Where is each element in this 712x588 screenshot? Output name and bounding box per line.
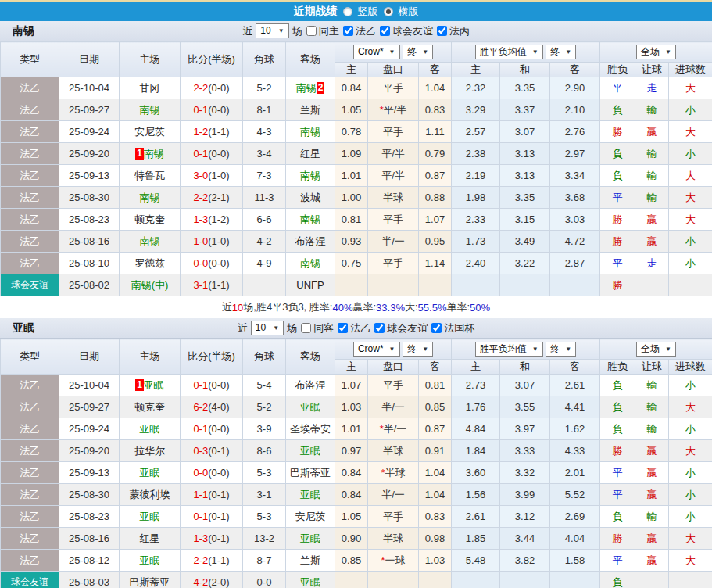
team-label: 南锡: [140, 104, 160, 116]
home-team-cell: 亚眠: [120, 506, 181, 528]
result-goals-cell: 小: [669, 143, 712, 165]
eu-draw-odds-cell: 3.55: [500, 396, 550, 418]
team-name: 亚眠: [13, 321, 34, 335]
col-header-corner: 角球: [243, 339, 286, 375]
team-label: 南锡: [300, 257, 320, 269]
score-cell: 1-1(0-1): [181, 484, 243, 506]
league-filter-checkboxes: 法乙球会友谊法国杯: [337, 321, 474, 335]
dropdown-arrow-icon: ▼: [565, 343, 571, 355]
league-filter-checkbox[interactable]: [431, 323, 442, 333]
team-label: 南锡: [144, 148, 164, 160]
league-filter-checkbox[interactable]: [338, 323, 348, 333]
eu-home-odds-cell: 5.48: [452, 550, 500, 572]
ah-home-odds-cell: 0.78: [335, 121, 368, 143]
col-header-result-goals: 进球数: [669, 63, 712, 77]
team-name: 南锡: [13, 24, 34, 38]
handicap-cell: *半球: [368, 462, 419, 484]
ah-home-odds-cell: 1.09: [335, 143, 368, 165]
dropdown-arrow-icon: ▼: [422, 343, 428, 355]
ah-away-odds-cell: 1.04: [419, 484, 452, 506]
match-row: 法乙25-10-041亚眠0-1(0-0)5-4布洛涅1.07平手0.812.7…: [1, 375, 712, 396]
team-label: 甘冈: [140, 82, 160, 94]
home-team-cell: 顿克奎: [120, 209, 181, 231]
bookmaker-select[interactable]: Crow*▼: [353, 342, 400, 357]
recent-count-select[interactable]: 10 ▼: [251, 321, 284, 335]
filter-bar: 近 10 ▼ 场 同客 法乙球会友谊法国杯: [238, 321, 474, 335]
team-section: 亚眠 近 10 ▼ 场 同客 法乙球会友谊法国杯: [0, 318, 712, 588]
corner-cell: 8-7: [243, 550, 286, 572]
league-filter-checkbox[interactable]: [343, 26, 353, 36]
odds-time-select[interactable]: 终▼: [403, 342, 433, 357]
period-select[interactable]: 全场▼: [636, 45, 676, 59]
eu-draw-odds-cell: 3.15: [500, 209, 550, 231]
corner-cell: 6-6: [243, 209, 286, 231]
result-handicap-cell: 贏: [635, 440, 669, 462]
score-cell: 2-2(0-0): [181, 77, 243, 99]
summary-segment: 10: [232, 302, 243, 314]
eu-home-odds-cell: 4.84: [452, 418, 500, 440]
team-label: 亚眠: [140, 511, 160, 522]
title-bar: 近期战绩 竖版 横版: [0, 0, 712, 21]
ah-home-odds-cell: 1.05: [335, 99, 368, 121]
home-team-cell: 红星: [120, 528, 181, 550]
europe-odds-select[interactable]: 胜平负均值▼: [475, 45, 543, 59]
corner-cell: 11-3: [243, 187, 286, 209]
match-type-cell: 法乙: [1, 187, 59, 209]
recent-count-select[interactable]: 10 ▼: [256, 23, 288, 38]
team-label: 亚眠: [144, 379, 164, 391]
table-group-header-row: 类型 日期 主场 比分(半场) 角球 客场 Crow*▼ 终▼ 胜平负均值▼ 终…: [1, 42, 712, 63]
odds-time-select[interactable]: 终▼: [403, 45, 433, 59]
eu-draw-odds-cell: 3.07: [500, 375, 550, 396]
home-team-cell: 特鲁瓦: [120, 165, 181, 187]
radio-vertical-layout[interactable]: [343, 7, 352, 16]
team-label: 圣埃蒂安: [290, 423, 331, 435]
europe-time-select[interactable]: 终▼: [546, 342, 576, 357]
match-date-cell: 25-09-13: [59, 462, 120, 484]
ah-away-odds-cell: 1.14: [419, 253, 452, 274]
card-badge: 2: [317, 82, 325, 94]
summary-segment: 近: [222, 300, 232, 314]
away-team-cell: 南锡: [286, 209, 335, 231]
result-goals-cell: 大: [669, 187, 712, 209]
league-filter-checkboxes: 法乙球会友谊法丙: [342, 24, 470, 38]
eu-home-odds-cell: 2.73: [452, 375, 500, 396]
team-label: 南锡: [140, 192, 160, 203]
league-filter-label: 球会友谊: [392, 24, 433, 38]
team-label: 布洛涅: [295, 235, 326, 247]
result-wdl-cell: 負: [600, 396, 635, 418]
league-filter-checkbox[interactable]: [380, 26, 390, 36]
result-handicap-cell: 輸: [635, 418, 669, 440]
score-cell: 2-2(2-1): [181, 187, 243, 209]
ah-home-odds-cell: 1.03: [335, 396, 368, 418]
bookmaker-select[interactable]: Crow*▼: [353, 45, 400, 59]
match-row: 法乙25-09-24安尼茨1-2(1-1)4-3南锡0.78平手1.112.57…: [1, 121, 712, 143]
result-wdl-cell: 負: [600, 418, 635, 440]
europe-time-select[interactable]: 终▼: [546, 45, 576, 59]
result-wdl-cell: 平: [600, 484, 635, 506]
team-label: 亚眠: [300, 445, 320, 457]
team-label: 兰斯: [300, 104, 320, 116]
same-venue-checkbox[interactable]: [306, 26, 317, 36]
section-header: 亚眠 近 10 ▼ 场 同客 法乙球会友谊法国杯: [0, 318, 712, 339]
team-label: 巴斯蒂亚: [290, 467, 331, 479]
period-select[interactable]: 全场▼: [636, 342, 676, 357]
match-type-cell: 法乙: [1, 506, 59, 528]
league-filter-label: 球会友谊: [387, 321, 428, 335]
corner-cell: 8-1: [243, 99, 286, 121]
result-handicap-cell: [635, 572, 669, 588]
radio-horizontal-layout[interactable]: [384, 7, 393, 16]
result-wdl-cell: 平: [600, 462, 635, 484]
league-filter-checkbox[interactable]: [374, 323, 385, 333]
same-venue-checkbox[interactable]: [301, 323, 311, 333]
league-filter-checkbox[interactable]: [437, 26, 447, 36]
match-row: 法乙25-09-24亚眠0-1(0-0)3-9圣埃蒂安1.01*半/一0.874…: [1, 418, 712, 440]
matches-label: 场: [287, 321, 297, 335]
league-filter: 法乙: [337, 321, 370, 335]
europe-odds-select[interactable]: 胜平负均值▼: [475, 342, 543, 357]
result-goals-cell: 大: [669, 77, 712, 99]
table-group-header-row: 类型 日期 主场 比分(半场) 角球 客场 Crow*▼ 终▼ 胜平负均值▼ 终…: [1, 339, 712, 360]
result-handicap-cell: 輸: [635, 375, 669, 396]
ah-home-odds-cell: 0.84: [335, 462, 368, 484]
match-type-cell: 法乙: [1, 253, 59, 274]
away-team-cell: 圣埃蒂安: [286, 418, 335, 440]
